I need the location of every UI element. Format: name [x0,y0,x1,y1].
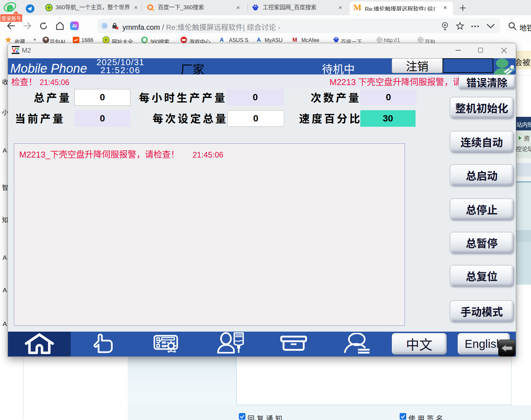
svg-text:2: 2 [16,47,19,54]
